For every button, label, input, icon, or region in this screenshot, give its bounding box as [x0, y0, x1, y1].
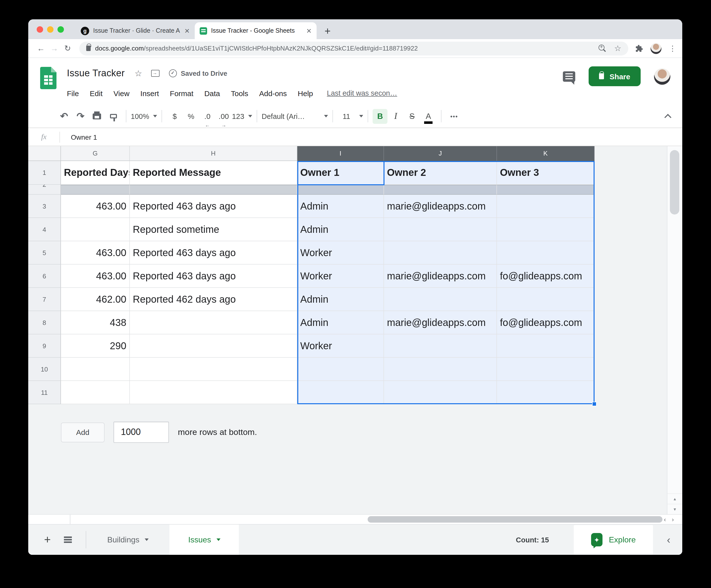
cell-G11[interactable]	[61, 381, 130, 404]
extensions-puzzle-icon[interactable]	[635, 44, 643, 52]
cell-K8[interactable]: fo@glideapps.com	[497, 311, 595, 334]
row-number[interactable]: 1	[28, 161, 61, 185]
menu-view[interactable]: View	[113, 89, 130, 97]
format-currency-button[interactable]: $	[167, 109, 183, 124]
collapse-panel-chevron-icon[interactable]: ‹	[667, 534, 670, 546]
more-toolbar-icon[interactable]: •••	[446, 109, 462, 124]
row-number[interactable]: 2	[28, 185, 61, 195]
cell-J3[interactable]: marie@glideapps.com	[384, 195, 497, 218]
row-number[interactable]: 9	[28, 334, 61, 358]
cell-J1[interactable]: Owner 2	[384, 161, 497, 185]
column-header-K[interactable]: K	[497, 146, 595, 161]
cell-I8[interactable]: Admin	[297, 311, 384, 334]
tab-glide[interactable]: g Issue Tracker · Glide · Create A ✕	[76, 22, 195, 39]
cell-I3[interactable]: Admin	[297, 195, 384, 218]
cell-I6[interactable]: Worker	[297, 264, 384, 288]
select-all-corner[interactable]	[28, 146, 61, 161]
share-button[interactable]: Share	[589, 66, 641, 86]
menu-edit[interactable]: Edit	[90, 89, 103, 97]
fill-handle[interactable]	[592, 402, 597, 406]
forward-icon[interactable]: →	[47, 44, 61, 53]
menu-help[interactable]: Help	[298, 89, 313, 97]
cell-K11[interactable]	[497, 381, 595, 404]
menu-file[interactable]: File	[67, 89, 79, 97]
zoom-page-icon[interactable]	[598, 45, 606, 52]
reload-icon[interactable]: ↻	[61, 44, 74, 53]
column-header-H[interactable]: H	[130, 146, 297, 161]
menu-data[interactable]: Data	[204, 89, 220, 97]
cell-J2[interactable]	[384, 185, 497, 195]
star-document-icon[interactable]: ☆	[134, 68, 142, 79]
row-number[interactable]: 8	[28, 311, 61, 334]
sheets-logo[interactable]	[40, 67, 57, 89]
new-tab-button[interactable]: +	[325, 26, 331, 36]
cell-K2[interactable]	[497, 185, 595, 195]
format-percent-button[interactable]: %	[183, 109, 199, 124]
cell-J8[interactable]: marie@glideapps.com	[384, 311, 497, 334]
decrease-decimal-button[interactable]: .0←	[199, 109, 216, 124]
tab-google-sheets[interactable]: Issue Tracker - Google Sheets ✕	[195, 22, 317, 39]
column-header-I[interactable]: I	[297, 146, 384, 161]
cell-I10[interactable]	[297, 358, 384, 381]
row-number[interactable]: 7	[28, 288, 61, 311]
cell-I2[interactable]	[297, 185, 384, 195]
row-number[interactable]: 11	[28, 381, 61, 404]
cell-K4[interactable]	[497, 218, 595, 241]
cell-K7[interactable]	[497, 288, 595, 311]
column-header-G[interactable]: G	[61, 146, 130, 161]
bookmark-star-icon[interactable]: ☆	[614, 44, 621, 52]
scroll-right-icon[interactable]: ›	[672, 516, 674, 523]
cell-K10[interactable]	[497, 358, 595, 381]
scroll-left-icon[interactable]: ‹	[664, 516, 666, 523]
vertical-scrollbar-thumb[interactable]	[670, 150, 679, 215]
row-number[interactable]: 5	[28, 241, 61, 264]
more-formats-button[interactable]: 123	[232, 109, 252, 124]
cell-H11[interactable]	[130, 381, 297, 404]
cell-H6[interactable]: Reported 463 days ago	[130, 264, 297, 288]
scroll-down-icon[interactable]: ▼	[667, 504, 682, 514]
formula-input[interactable]: Owner 1	[71, 133, 97, 141]
cell-G2[interactable]	[61, 185, 130, 195]
cell-J6[interactable]: marie@glideapps.com	[384, 264, 497, 288]
minimize-window-button[interactable]	[47, 26, 53, 32]
vertical-scrollbar[interactable]: ▲ ▼	[667, 146, 682, 514]
cell-I5[interactable]: Worker	[297, 241, 384, 264]
cell-K6[interactable]: fo@glideapps.com	[497, 264, 595, 288]
cell-G5[interactable]: 463.00	[61, 241, 130, 264]
print-icon[interactable]	[89, 109, 105, 124]
cell-J10[interactable]	[384, 358, 497, 381]
menu-tools[interactable]: Tools	[231, 89, 248, 97]
cell-J11[interactable]	[384, 381, 497, 404]
cell-I9[interactable]: Worker	[297, 334, 384, 358]
all-sheets-icon[interactable]	[64, 537, 72, 543]
cell-I1-active[interactable]: Owner 1	[297, 161, 384, 185]
cell-K9[interactable]	[497, 334, 595, 358]
cell-J9[interactable]	[384, 334, 497, 358]
cell-I11[interactable]	[297, 381, 384, 404]
menu-addons[interactable]: Add-ons	[259, 89, 287, 97]
cell-H8[interactable]	[130, 311, 297, 334]
bold-button[interactable]: B	[372, 109, 387, 124]
close-window-button[interactable]	[37, 26, 43, 32]
cell-K3[interactable]	[497, 195, 595, 218]
account-avatar[interactable]	[654, 68, 670, 85]
close-tab-icon[interactable]: ✕	[184, 27, 190, 35]
zoom-select[interactable]: 100%	[131, 109, 157, 124]
collapse-toolbar-icon[interactable]	[664, 114, 671, 121]
cell-G1[interactable]: Reported Days	[61, 161, 130, 185]
row-number[interactable]: 6	[28, 264, 61, 288]
sheet-tab-buildings[interactable]: Buildings	[86, 525, 170, 555]
cell-G9[interactable]: 290	[61, 334, 130, 358]
cell-I4[interactable]: Admin	[297, 218, 384, 241]
cell-H10[interactable]	[130, 358, 297, 381]
explore-button[interactable]: ✦ Explore	[574, 525, 653, 554]
sheet-tab-issues[interactable]: Issues	[170, 525, 239, 555]
column-header-J[interactable]: J	[384, 146, 497, 161]
cell-G7[interactable]: 462.00	[61, 288, 130, 311]
strikethrough-button[interactable]: S	[404, 109, 420, 124]
cell-H3[interactable]: Reported 463 days ago	[130, 195, 297, 218]
horizontal-scrollbar-thumb[interactable]	[368, 516, 663, 523]
font-select[interactable]: Default (Ari…	[262, 109, 328, 124]
cell-H7[interactable]: Reported 462 days ago	[130, 288, 297, 311]
cell-H9[interactable]	[130, 334, 297, 358]
